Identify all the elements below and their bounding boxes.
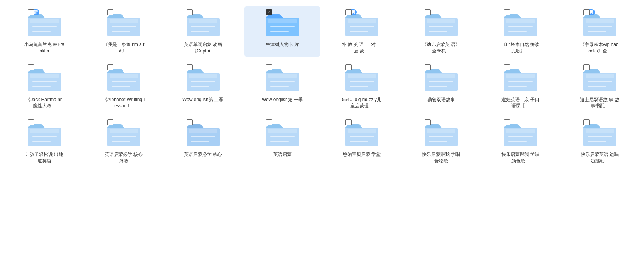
folder-wrapper bbox=[107, 8, 141, 39]
folder-label: Wow english第 二季 bbox=[182, 97, 223, 103]
folder-checkbox[interactable] bbox=[583, 119, 590, 125]
folder-checkbox[interactable] bbox=[28, 9, 34, 15]
folder-label: Wow english第 一季 bbox=[262, 97, 303, 103]
folder-label: 英语启蒙必学 核心外教 bbox=[103, 151, 145, 164]
folder-wrapper bbox=[424, 64, 458, 94]
folder-item[interactable]: 《Jack Hartma nn 魔性大叔... bbox=[6, 61, 82, 112]
folder-item[interactable]: 悠佑宝贝启蒙 学堂 bbox=[324, 116, 400, 167]
folder-item[interactable]: Wow english第 二季 bbox=[165, 61, 241, 112]
folder-label: 5640_big muzz y儿童启蒙慢... bbox=[341, 97, 383, 110]
folder-label: 英语单词启蒙 动画《Captai... bbox=[182, 41, 224, 54]
folder-wrapper: ✓ bbox=[265, 8, 300, 39]
folder-label: 英语启蒙必学 核心 bbox=[184, 151, 222, 158]
folder-checkbox[interactable] bbox=[425, 9, 431, 15]
folder-wrapper bbox=[503, 118, 538, 149]
folder-item[interactable]: 快乐启蒙跟我 学唱食物歌 bbox=[403, 116, 479, 167]
folder-item[interactable]: 快乐启蒙跟我 学唱颜色歌... bbox=[482, 116, 559, 167]
folder-item[interactable]: 英语单词启蒙 动画《Captai... bbox=[165, 6, 241, 57]
folder-item[interactable]: 英语启蒙 bbox=[244, 116, 320, 167]
folder-wrapper bbox=[265, 118, 300, 149]
folder-wrapper: 更新 bbox=[27, 8, 62, 39]
folder-item[interactable]: 让孩子轻松说 出地道英语 bbox=[6, 116, 82, 167]
folder-checkbox[interactable] bbox=[345, 64, 352, 70]
folder-checkbox[interactable] bbox=[425, 119, 431, 125]
folder-wrapper bbox=[345, 64, 379, 94]
folder-checkbox[interactable] bbox=[187, 9, 193, 15]
folder-wrapper: 更新 bbox=[583, 8, 617, 39]
folder-wrapper bbox=[186, 64, 220, 94]
folder-item[interactable]: 《巴塔木自然 拼读儿歌》... bbox=[482, 6, 559, 57]
folder-checkbox[interactable] bbox=[504, 9, 510, 15]
folder-label: 快乐启蒙英语 边唱边跳动... bbox=[579, 151, 621, 164]
folder-checkbox[interactable] bbox=[504, 64, 510, 70]
folder-label: 小乌龟富兰克 林Franklin bbox=[23, 41, 66, 54]
folder-checkbox[interactable] bbox=[266, 64, 272, 70]
folder-checkbox[interactable] bbox=[504, 119, 510, 125]
folder-label: 《Alphabet Wr iting lesson f... bbox=[103, 97, 145, 110]
folder-checkbox[interactable] bbox=[583, 9, 590, 15]
folder-item[interactable]: 《Alphabet Wr iting lesson f... bbox=[85, 61, 162, 112]
folder-grid: 更新 小乌龟富兰克 林Franklin 《我是一条鱼 I'm a fis bbox=[6, 6, 638, 167]
folder-wrapper bbox=[107, 64, 141, 94]
folder-checkbox[interactable] bbox=[266, 119, 272, 125]
folder-label: 快乐启蒙跟我 学唱颜色歌... bbox=[499, 151, 542, 164]
folder-checkbox[interactable] bbox=[583, 64, 590, 70]
folder-checkbox[interactable] bbox=[107, 9, 113, 15]
folder-label: 快乐启蒙跟我 学唱食物歌 bbox=[420, 151, 462, 164]
folder-wrapper bbox=[186, 118, 220, 149]
folder-checkbox[interactable] bbox=[187, 119, 193, 125]
folder-item[interactable]: 鼎爸双语故事 bbox=[403, 61, 479, 112]
folder-item[interactable]: 快乐启蒙英语 边唱边跳动... bbox=[562, 116, 638, 167]
folder-label: 悠佑宝贝启蒙 学堂 bbox=[343, 151, 381, 158]
folder-wrapper bbox=[424, 8, 458, 39]
folder-label: 让孩子轻松说 出地道英语 bbox=[23, 151, 66, 164]
folder-checkbox[interactable]: ✓ bbox=[266, 9, 272, 15]
folder-wrapper bbox=[265, 64, 300, 94]
folder-checkbox[interactable] bbox=[425, 64, 431, 70]
folder-checkbox[interactable] bbox=[187, 64, 193, 70]
folder-label: 遛娃英语：亲 子口语课【... bbox=[499, 97, 542, 110]
folder-label: 迪士尼双语故 事-故事书配... bbox=[579, 97, 621, 110]
folder-item[interactable]: ✓ 牛津树人物卡 片 bbox=[244, 6, 320, 57]
folder-wrapper bbox=[27, 64, 62, 94]
folder-label: 英语启蒙 bbox=[273, 151, 292, 158]
folder-item[interactable]: 更新 小乌龟富兰克 林Franklin bbox=[6, 6, 82, 57]
folder-label: 《Jack Hartma nn 魔性大叔... bbox=[23, 97, 66, 110]
folder-checkbox[interactable] bbox=[107, 119, 113, 125]
folder-label: 《我是一条鱼 I'm a fish》... bbox=[103, 41, 145, 54]
folder-item[interactable]: 英语启蒙必学 核心 bbox=[165, 116, 241, 167]
folder-checkbox[interactable] bbox=[345, 9, 352, 15]
folder-wrapper bbox=[583, 64, 617, 94]
folder-wrapper bbox=[424, 118, 458, 149]
folder-item[interactable]: 更新 《字母积木Alp hablocks》全... bbox=[562, 6, 638, 57]
folder-item[interactable]: 遛娃英语：亲 子口语课【... bbox=[482, 61, 559, 112]
folder-wrapper bbox=[107, 118, 141, 149]
folder-checkbox[interactable] bbox=[28, 119, 34, 125]
folder-wrapper bbox=[503, 8, 538, 39]
folder-label: 《幼儿启蒙英 语》全66集... bbox=[420, 41, 462, 54]
folder-checkbox[interactable] bbox=[107, 64, 113, 70]
folder-checkbox[interactable] bbox=[345, 119, 352, 125]
folder-item[interactable]: 迪士尼双语故 事-故事书配... bbox=[562, 61, 638, 112]
folder-item[interactable]: 5640_big muzz y儿童启蒙慢... bbox=[324, 61, 400, 112]
folder-item[interactable]: Wow english第 一季 bbox=[244, 61, 320, 112]
folder-item[interactable]: 更新 外 教 英 语 一 对 一 启 蒙 ... bbox=[324, 6, 400, 57]
folder-checkbox[interactable] bbox=[28, 64, 34, 70]
folder-wrapper: 更新 bbox=[345, 8, 379, 39]
folder-item[interactable]: 英语启蒙必学 核心外教 bbox=[85, 116, 162, 167]
folder-wrapper bbox=[583, 118, 617, 149]
folder-label: 《字母积木Alp hablocks》全... bbox=[579, 41, 621, 54]
folder-wrapper bbox=[27, 118, 62, 149]
folder-wrapper bbox=[345, 118, 379, 149]
folder-label: 鼎爸双语故事 bbox=[427, 97, 455, 103]
folder-wrapper bbox=[186, 8, 220, 39]
folder-item[interactable]: 《幼儿启蒙英 语》全66集... bbox=[403, 6, 479, 57]
folder-label: 牛津树人物卡 片 bbox=[266, 41, 299, 48]
folder-item[interactable]: 《我是一条鱼 I'm a fish》... bbox=[85, 6, 162, 57]
folder-label: 《巴塔木自然 拼读儿歌》... bbox=[499, 41, 542, 54]
folder-label: 外 教 英 语 一 对 一 启 蒙 ... bbox=[341, 41, 383, 54]
folder-wrapper bbox=[503, 64, 538, 94]
